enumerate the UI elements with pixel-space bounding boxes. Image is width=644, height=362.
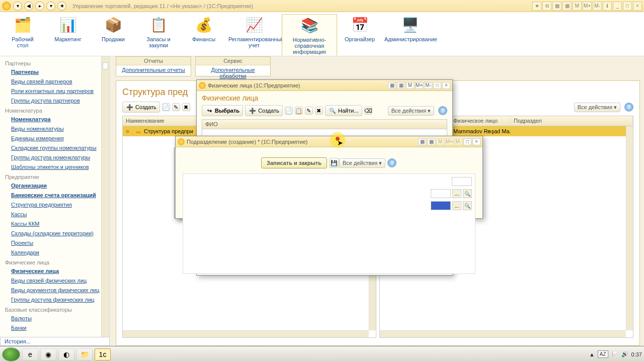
min-icon[interactable]: _ — [613, 2, 622, 11]
clear-find-button[interactable]: ⌫ — [364, 107, 372, 115]
sidebar-item[interactable]: Группы доступа номенклатуры — [0, 153, 109, 162]
select-icon[interactable]: ... — [452, 189, 461, 198]
subtab-link[interactable]: Дополнительные обработки — [196, 65, 270, 80]
nav-menu-icon[interactable]: ▾ — [46, 2, 55, 11]
scrollbar[interactable] — [626, 126, 633, 330]
clock[interactable]: 0:37 — [631, 351, 642, 357]
m-icon[interactable]: M — [406, 82, 414, 89]
max-icon[interactable]: □ — [623, 2, 632, 11]
column-header[interactable]: Подраздел — [511, 116, 633, 126]
tray-icon[interactable]: 🏳️ — [611, 351, 618, 357]
section-marketing[interactable]: 📊Маркетинг — [45, 14, 91, 56]
all-actions-button[interactable]: Все действия ▾ — [339, 158, 385, 168]
tool-icon[interactable]: ▦ — [397, 82, 405, 89]
max-icon[interactable]: □ — [433, 82, 441, 89]
sidebar-item[interactable]: Единицы измерения — [0, 134, 109, 143]
subtab-link[interactable]: Дополнительные отчеты — [116, 65, 191, 74]
sidebar-item[interactable]: Физические лица — [0, 266, 109, 276]
sidebar-item[interactable]: Группы доступа физических лиц — [0, 295, 109, 305]
sidebar-item[interactable]: Шаблоны этикеток и ценников — [0, 162, 109, 172]
sidebar-item[interactable]: Проекты — [0, 238, 109, 248]
sidebar-item[interactable]: Структура предприятия — [0, 200, 109, 210]
tool-icon[interactable]: ▦ — [388, 82, 396, 89]
create-button[interactable]: ➕Создать — [245, 105, 283, 116]
history-button[interactable]: История... — [0, 337, 110, 346]
favorite-icon[interactable]: ★ — [57, 2, 66, 11]
1c-icon[interactable]: 1c — [95, 348, 111, 360]
select-icon[interactable]: ... — [452, 201, 461, 210]
select-button[interactable]: ↪Выбрать — [202, 105, 243, 116]
chrome-icon[interactable]: ◉ — [40, 348, 56, 360]
save-icon[interactable]: 💾 — [329, 158, 339, 168]
sidebar-item[interactable]: Календари — [0, 248, 109, 257]
m-minus-icon[interactable]: M- — [424, 82, 432, 89]
sidebar-item[interactable]: Банки — [0, 323, 109, 333]
sidebar-item[interactable]: Номенклатура — [0, 115, 109, 124]
nav-back-icon[interactable]: ◀ — [24, 2, 33, 11]
tool-icon[interactable]: ▦ — [427, 138, 435, 145]
section-stock[interactable]: 📋Запасы и закупки — [136, 14, 181, 56]
sidebar-item[interactable]: Организации — [0, 181, 109, 191]
close-icon[interactable]: × — [633, 2, 642, 11]
max-icon[interactable]: □ — [463, 138, 471, 145]
copy-button[interactable]: 📄 — [285, 107, 293, 115]
tray-icon[interactable]: 🔊 — [621, 351, 628, 357]
sidebar-item[interactable]: Банковские счета организаций — [0, 191, 109, 200]
sidebar-item[interactable]: Виды документов физических лиц — [0, 286, 109, 295]
info-icon[interactable]: ℹ — [603, 2, 612, 11]
modal-titlebar[interactable]: Физические лица (1С:Предприятие) ▦ ▦ M M… — [197, 80, 452, 91]
tray-icon[interactable]: ▲ — [589, 351, 595, 357]
help-icon[interactable]: ? — [438, 106, 447, 115]
section-desktop[interactable]: 🗂️Рабочий стол — [0, 14, 45, 56]
sidebar-item[interactable]: Виды связей физических лиц — [0, 276, 109, 286]
sidebar-item[interactable]: Кассы ККМ — [0, 219, 109, 229]
explorer-icon[interactable]: 📁 — [76, 348, 93, 360]
ie-icon[interactable]: e — [22, 348, 38, 360]
app-logo-icon[interactable] — [2, 2, 11, 11]
column-header[interactable]: ФИО — [202, 120, 447, 129]
copy-button[interactable]: 📄 — [162, 103, 170, 111]
section-sales[interactable]: 📦Продажи — [91, 14, 136, 56]
sidebar-item[interactable]: Валюты — [0, 314, 109, 323]
tool-icon[interactable]: ▦ — [552, 2, 561, 11]
scrollbar[interactable] — [380, 330, 626, 337]
section-finance[interactable]: 💰Финансы — [181, 14, 226, 56]
tool-icon[interactable]: ▦ — [418, 138, 426, 145]
close-icon[interactable]: × — [472, 138, 480, 145]
nav-fwd-icon[interactable]: ▸ — [35, 2, 44, 11]
help-icon[interactable]: ? — [387, 158, 396, 167]
create-button[interactable]: ➕Создать — [122, 102, 160, 113]
lookup-icon[interactable]: 🔍 — [463, 189, 472, 198]
sidebar-item[interactable]: Группы доступа партнеров — [0, 96, 109, 106]
dropdown-icon[interactable]: ▾ — [13, 2, 22, 11]
lookup-icon[interactable]: 🔍 — [463, 201, 472, 210]
sidebar-item[interactable]: Роли контактных лиц партнеров — [0, 86, 109, 96]
sidebar-scrollbar[interactable] — [101, 56, 109, 338]
save-close-button[interactable]: Записать и закрыть — [261, 157, 327, 168]
modal-titlebar[interactable]: Подразделение (создание) * (1С:Предприят… — [176, 136, 482, 147]
close-icon[interactable]: × — [442, 82, 450, 89]
section-organizer[interactable]: 📅Органайзер — [337, 14, 382, 56]
delete-button[interactable]: ✖ — [315, 107, 323, 115]
m-plus-icon[interactable]: M+ — [583, 2, 592, 11]
start-button[interactable] — [2, 347, 20, 361]
sidebar-item[interactable]: Кассы — [0, 210, 109, 219]
tool-button[interactable]: 📋 — [295, 107, 303, 115]
section-admin[interactable]: 🖥️Администрирование — [382, 14, 438, 56]
sidebar-item[interactable]: Виды номенклатуры — [0, 124, 109, 134]
delete-button[interactable]: ✖ — [182, 103, 190, 111]
column-header[interactable]: Физическое лицо — [450, 116, 511, 126]
sidebar-item[interactable]: Партнеры — [0, 67, 109, 77]
m-plus-icon[interactable]: M+ — [415, 82, 423, 89]
section-reference[interactable]: 📚Нормативно-справочная информация — [282, 14, 337, 56]
all-actions-button[interactable]: Все действия ▾ — [388, 106, 434, 116]
m-minus-icon[interactable]: M- — [593, 2, 602, 11]
scrollbar[interactable] — [123, 330, 369, 337]
text-input[interactable] — [452, 177, 472, 186]
app-icon[interactable]: ◐ — [58, 348, 74, 360]
text-input[interactable] — [431, 201, 451, 210]
edit-button[interactable]: ✎ — [172, 103, 180, 111]
section-regaccount[interactable]: 📈Регламентированный учет — [226, 14, 282, 56]
text-input[interactable] — [431, 189, 451, 198]
sidebar-item[interactable]: Склады (складские территории) — [0, 229, 109, 238]
